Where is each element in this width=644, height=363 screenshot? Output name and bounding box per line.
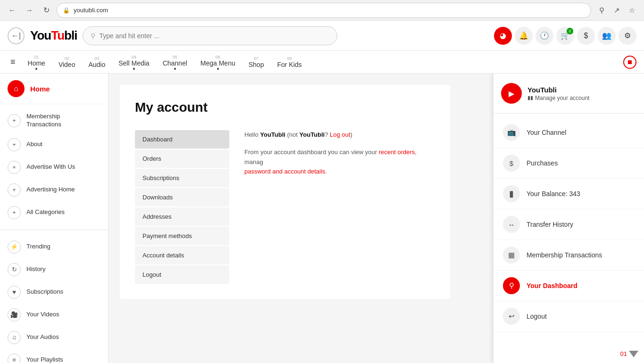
sidebar-toggle-button[interactable]: ←| [8, 27, 25, 44]
welcome-text: Hello YouTubli (not YouTubli? Log out) [244, 130, 435, 140]
browser-action-icons: ⚲ ↗ ☆ [595, 4, 638, 17]
nav-dot-mega-menu [217, 68, 219, 70]
dropdown-item-transfer-history[interactable]: ↔ Transfer History [493, 209, 644, 240]
camera-icon: 🎥 [8, 308, 21, 322]
nav-item-channel[interactable]: 05 Channel [157, 52, 193, 73]
browser-bookmark-button[interactable]: ☆ [625, 4, 638, 17]
dropdown-item-logout[interactable]: ↩ Logout [493, 301, 644, 332]
membership-icon: ▦ [503, 247, 520, 264]
sidebar-item-about[interactable]: + About [0, 133, 108, 156]
search-bar[interactable]: ⚲ [83, 26, 337, 45]
reload-button[interactable]: ↻ [40, 4, 53, 17]
purchases-label: Purchases [527, 159, 558, 167]
sidebar-item-your-videos[interactable]: 🎥 Your Videos [0, 304, 108, 326]
home-label: Home [30, 85, 50, 93]
dollar-button[interactable]: $ [577, 27, 595, 45]
account-menu-payment-methods[interactable]: Payment methods [135, 227, 229, 245]
dropdown-item-your-channel[interactable]: 📺 Your Channel [493, 117, 644, 148]
users-button[interactable]: 👥 [598, 27, 616, 45]
account-menu-logout[interactable]: Logout [135, 265, 229, 284]
logo-tube: Tu [51, 28, 64, 42]
browser-search-button[interactable]: ⚲ [595, 4, 608, 17]
sidebar-item-membership-transactions[interactable]: + MembershipTransactions [0, 108, 108, 133]
nav-item-video[interactable]: 02 Video [53, 53, 81, 71]
password-details-link[interactable]: password and account details [244, 168, 325, 175]
back-button[interactable]: ← [6, 4, 19, 17]
nav-dot-home [35, 68, 37, 70]
account-menu-account-details[interactable]: Account details [135, 246, 229, 264]
logout-link[interactable]: Log out [330, 131, 350, 138]
sidebar-home[interactable]: ⌂ Home [0, 74, 108, 104]
main-area: ⌂ Home + MembershipTransactions + About … [0, 74, 644, 363]
site-logo[interactable]: YouTubli [30, 28, 77, 43]
live-icon-button[interactable]: ◕ [494, 27, 512, 45]
sidebar-item-advertising-home[interactable]: + Advertising Home [0, 179, 108, 201]
plus-icon-membership: + [8, 114, 21, 127]
logout-icon: ↩ [503, 308, 520, 325]
cart-button[interactable]: 🛒 0 [556, 27, 574, 45]
settings-button[interactable]: ⚙ [619, 27, 636, 45]
dropdown-items: 📺 Your Channel $ Purchases ▮ Your Balanc… [493, 114, 644, 336]
clock-icon: 🕐 [540, 31, 549, 40]
notification-button[interactable]: 🔔 [515, 27, 533, 45]
bottom-arrow-icon [629, 351, 638, 357]
sidebar-item-your-audios[interactable]: ♫ Your Audios [0, 326, 108, 349]
logo-you: You [30, 28, 51, 42]
account-menu: Dashboard Orders Subscriptions Downloads… [135, 130, 229, 284]
account-menu-orders[interactable]: Orders [135, 149, 229, 168]
avatar-play-icon: ▶ [509, 89, 514, 98]
sidebar-item-subscriptions[interactable]: ♥ Subscriptions [0, 281, 108, 304]
plus-icon-advertising-home: + [8, 183, 21, 197]
account-menu-downloads[interactable]: Downloads [135, 188, 229, 206]
recent-orders-link[interactable]: recent orders [379, 148, 415, 156]
music-icon: ♫ [8, 331, 21, 344]
nav-item-for-kids[interactable]: 08 For Kids [271, 53, 307, 71]
membership-transactions-label: Membership Transactions [527, 251, 602, 259]
plus-icon-advertise: + [8, 161, 21, 174]
browser-share-button[interactable]: ↗ [610, 4, 623, 17]
dropdown-manage[interactable]: ▮▮ Manage your account [527, 95, 589, 101]
account-menu-dashboard[interactable]: Dashboard [135, 130, 229, 148]
sidebar-item-history[interactable]: ↻ History [0, 258, 108, 281]
dropdown-item-balance[interactable]: ▮ Your Balance: 343 [493, 179, 644, 209]
nav-item-sell-media[interactable]: 04 Sell Media [113, 52, 155, 73]
users-icon: 👥 [602, 31, 611, 40]
forward-button[interactable]: → [23, 4, 36, 17]
nav-item-home[interactable]: 01 Home [22, 52, 51, 73]
sidebar-section-2: ⚡ Trending ↻ History ♥ Subscriptions 🎥 Y… [0, 232, 108, 363]
sidebar-item-trending[interactable]: ⚡ Trending [0, 236, 108, 258]
dropdown-item-membership-transactions[interactable]: ▦ Membership Transactions [493, 240, 644, 271]
sidebar-item-advertise-with-us[interactable]: + Advertise With Us [0, 156, 108, 179]
nav-items: 01 Home 02 Video 03 Audio 04 Sell Media … [22, 52, 619, 73]
nav-item-audio[interactable]: 03 Audio [83, 53, 111, 71]
nav-item-mega-menu[interactable]: 06 Mega Menu [195, 52, 241, 73]
dropdown-avatar: ▶ [501, 83, 522, 104]
account-title: My account [135, 100, 435, 115]
address-bar[interactable]: 🔒 youtubli.com [57, 3, 591, 18]
dropdown-item-your-dashboard[interactable]: ⚲ Your Dashboard [493, 271, 644, 301]
hamburger-icon[interactable]: ≡ [8, 54, 18, 70]
site-header: ←| YouTubli ⚲ ◕ 🔔 🕐 🛒 0 $ [0, 21, 644, 51]
clock-button[interactable]: 🕐 [535, 27, 553, 45]
lightning-icon: ⚡ [8, 240, 21, 254]
search-input[interactable] [99, 32, 329, 40]
url-text: youtubli.com [74, 7, 108, 14]
channel-icon: 📺 [503, 124, 520, 141]
lock-icon: 🔒 [63, 7, 70, 14]
account-menu-addresses[interactable]: Addresses [135, 207, 229, 226]
transfer-history-label: Transfer History [527, 221, 573, 228]
transfer-icon: ↔ [503, 216, 520, 233]
dropdown-item-purchases[interactable]: $ Purchases [493, 148, 644, 179]
bottom-label: 01 [620, 350, 627, 357]
nav-item-shop[interactable]: 07 Shop [243, 53, 270, 71]
welcome-username: YouTubli [260, 131, 285, 138]
your-channel-label: Your Channel [527, 129, 566, 136]
purchases-icon: $ [503, 155, 520, 172]
bottom-hint: 01 [620, 350, 638, 357]
dashboard-description: From your account dashboard you can view… [244, 148, 435, 177]
sidebar-item-all-categories[interactable]: + All Categories [0, 201, 108, 224]
account-menu-subscriptions[interactable]: Subscriptions [135, 169, 229, 187]
sidebar-item-your-playlists[interactable]: ≡ Your Playlists [0, 349, 108, 363]
sidebar-toggle-icon: ←| [11, 32, 21, 40]
header-icons: ◕ 🔔 🕐 🛒 0 $ 👥 ⚙ [494, 27, 636, 45]
